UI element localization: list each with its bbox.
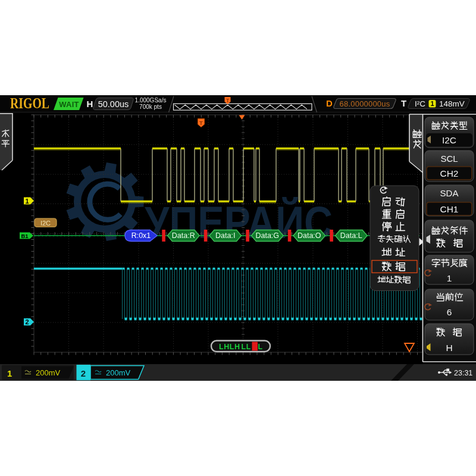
svg-text:R:0x1: R:0x1 — [131, 231, 151, 240]
svg-text:50.00us: 50.00us — [98, 99, 129, 109]
svg-text:148mV: 148mV — [439, 99, 465, 108]
svg-text:L: L — [258, 343, 263, 351]
svg-text:CH2: CH2 — [440, 168, 458, 178]
svg-text:700k pts: 700k pts — [139, 104, 162, 110]
svg-text:2: 2 — [25, 318, 29, 325]
svg-text:6: 6 — [447, 307, 452, 317]
svg-text:200mV: 200mV — [106, 368, 131, 377]
svg-text:2: 2 — [81, 368, 86, 378]
svg-text:200mV: 200mV — [36, 368, 61, 377]
svg-text:Data:G: Data:G — [255, 231, 279, 240]
svg-text:LHLH: LHLH — [219, 343, 240, 351]
svg-text:1.000GSa/s: 1.000GSa/s — [135, 97, 167, 104]
svg-text:T: T — [199, 120, 203, 126]
svg-text:1: 1 — [25, 198, 29, 205]
svg-text:I2C: I2C — [40, 220, 51, 227]
svg-text:Data:L: Data:L — [340, 231, 362, 240]
svg-text:68.0000000us: 68.0000000us — [340, 99, 390, 108]
svg-text:T: T — [401, 98, 406, 108]
svg-text:1: 1 — [430, 100, 434, 107]
svg-text:I2C: I2C — [442, 135, 456, 145]
svg-text:I²C: I²C — [415, 99, 425, 108]
svg-text:B1: B1 — [21, 233, 29, 239]
svg-text:1: 1 — [7, 368, 12, 378]
svg-text:23:31: 23:31 — [454, 369, 472, 377]
svg-text:RIGOL: RIGOL — [10, 95, 49, 111]
svg-text:SCL: SCL — [440, 154, 458, 164]
svg-text:Data:R: Data:R — [172, 231, 195, 240]
svg-text:Data:O: Data:O — [298, 231, 321, 240]
svg-text:WAIT: WAIT — [59, 100, 79, 109]
svg-text:CH1: CH1 — [440, 204, 458, 214]
svg-text:SDA: SDA — [440, 188, 459, 198]
svg-text:LL: LL — [242, 343, 251, 351]
svg-text:H: H — [87, 99, 93, 109]
svg-text:D: D — [326, 98, 333, 108]
svg-text:T: T — [226, 98, 230, 104]
svg-text:Data:I: Data:I — [215, 231, 235, 240]
svg-text:1: 1 — [447, 273, 452, 283]
svg-text:H: H — [446, 343, 452, 353]
